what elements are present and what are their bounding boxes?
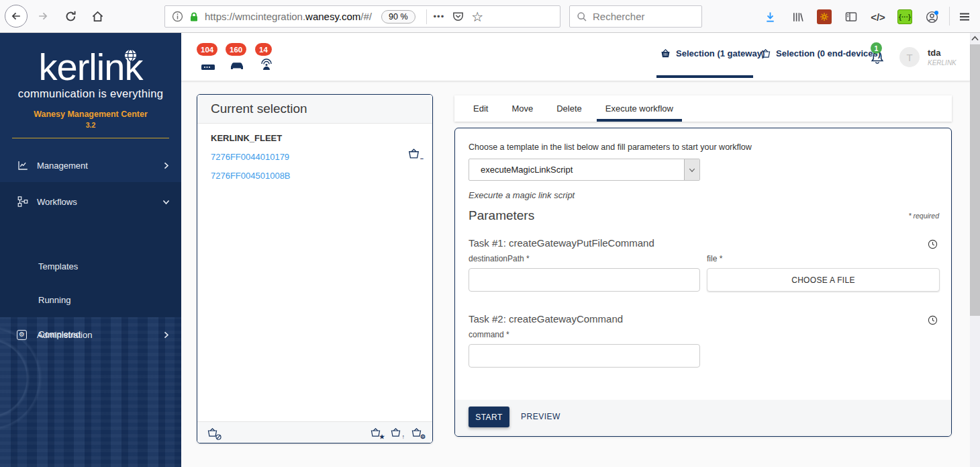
gateway-count-badge[interactable]: 104 — [197, 43, 222, 71]
gateway-icon — [200, 58, 216, 71]
downloads-icon[interactable] — [761, 7, 779, 26]
page-info-icon[interactable] — [172, 11, 183, 22]
admin-gear-icon: ⚙ — [17, 330, 29, 340]
user-meta[interactable]: tda KERLINK — [928, 48, 957, 67]
start-button[interactable]: START — [469, 407, 509, 427]
device-selection-label: Selection (0 end-devices) — [776, 48, 881, 58]
selection-panel-footer: ★ ↑ ⚙ — [197, 421, 432, 443]
chevron-right-icon — [162, 161, 170, 170]
app-header: 104 160 14 Selection (1 gateway) Selecti… — [181, 33, 970, 81]
url-text: https://wmcintegration.wanesy.com/#/ — [205, 11, 372, 22]
sidebar-item-label: Workflows — [37, 197, 77, 207]
divider — [12, 138, 169, 138]
command-input[interactable] — [469, 344, 700, 368]
logo-tagline: communication is everything — [0, 87, 181, 100]
antenna-icon — [258, 56, 275, 71]
tab-delete[interactable]: Delete — [548, 95, 591, 122]
required-note: * required — [908, 212, 939, 220]
execute-workflow-form: Choose a template in the list below and … — [454, 128, 952, 437]
basket-filled-icon — [660, 48, 671, 59]
zoom-level-badge[interactable]: 90 % — [381, 10, 415, 24]
reload-button[interactable] — [59, 5, 82, 28]
code-tools-icon[interactable]: </> — [869, 7, 887, 26]
sidebar: kerlink communication is everything Wane… — [0, 33, 181, 467]
sidebar-toggle-icon[interactable] — [842, 7, 861, 26]
template-selected-value: executeMagicLinkScript — [481, 165, 573, 175]
user-name: tda — [928, 48, 957, 58]
file-label: file * — [707, 254, 722, 263]
avatar[interactable]: T — [899, 47, 920, 67]
task2-schedule-clock-icon[interactable] — [927, 314, 938, 326]
scroll-up-icon[interactable] — [970, 33, 980, 44]
notification-count-badge: 1 — [871, 42, 882, 54]
tab-edit[interactable]: Edit — [464, 95, 497, 122]
search-placeholder: Rechercher — [593, 11, 645, 22]
gateway-link[interactable]: 7276FF004501008B — [211, 171, 291, 181]
browser-toolbar: https://wmcintegration.wanesy.com/#/ 90 … — [0, 0, 980, 33]
sidebar-item-management[interactable]: Management — [0, 153, 181, 177]
sidebar-item-workflows[interactable]: Workflows — [0, 189, 181, 214]
chevron-right-icon — [162, 331, 170, 339]
load-selection-icon[interactable]: ↑ — [390, 427, 401, 438]
action-tabbar: Edit Move Delete Execute workflow — [454, 95, 952, 122]
chart-icon — [17, 159, 29, 171]
badge-count: 104 — [197, 43, 217, 56]
destination-path-input[interactable] — [469, 268, 700, 292]
url-bar[interactable]: https://wmcintegration.wanesy.com/#/ 90 … — [164, 5, 560, 28]
antenna-count-badge[interactable]: 14 — [255, 43, 281, 71]
sidebar-item-templates[interactable]: Templates — [38, 261, 78, 271]
task1-title: Task #1: createGatewayPutFileCommand — [469, 237, 654, 249]
home-button[interactable] — [86, 5, 109, 28]
page-scrollbar[interactable] — [970, 33, 980, 467]
back-button[interactable] — [5, 5, 28, 28]
sidebar-item-label: Administration — [37, 330, 92, 340]
template-description: Execurte a magic link script — [469, 190, 575, 200]
notifications-button[interactable]: 1 — [869, 42, 886, 67]
panel-title: Current selection — [197, 95, 432, 124]
workflows-section: Workflows Templates Running Completed — [0, 182, 181, 317]
library-icon[interactable] — [788, 7, 807, 26]
kerlink-logo: kerlink communication is everything Wane… — [0, 48, 181, 129]
bookmark-star-icon[interactable]: ☆ — [471, 10, 483, 24]
badge-count: 14 — [255, 43, 272, 56]
sidebar-item-running[interactable]: Running — [38, 295, 70, 305]
badge-count: 160 — [226, 43, 246, 56]
remove-from-selection-icon[interactable]: − — [407, 147, 420, 160]
extension-gear-icon[interactable] — [815, 7, 834, 26]
task2-title: Task #2: createGatewayCommand — [469, 313, 623, 325]
preview-button[interactable]: PREVIEW — [521, 412, 560, 421]
page-actions-icon[interactable]: ••• — [434, 11, 445, 22]
forward-button[interactable] — [32, 5, 54, 28]
save-selection-icon[interactable]: ★ — [370, 427, 381, 438]
current-selection-panel: Current selection KERLINK_FLEET 7276FF00… — [197, 94, 433, 443]
device-selection-tab[interactable]: Selection (0 end-devices) — [760, 48, 881, 59]
app-version: 3.2 — [0, 121, 181, 129]
task1-schedule-clock-icon[interactable] — [927, 239, 938, 250]
extension-braces-icon[interactable]: {···} — [895, 7, 914, 26]
vehicle-count-badge[interactable]: 160 — [226, 43, 251, 71]
gateway-link[interactable]: 7276FF0044010179 — [211, 152, 289, 162]
clear-selection-icon[interactable] — [207, 427, 218, 438]
form-footer: START PREVIEW — [455, 400, 951, 436]
account-icon[interactable] — [922, 7, 941, 26]
destination-path-label: destinationPath * — [469, 254, 530, 263]
sidebar-item-administration[interactable]: ⚙ Administration — [0, 323, 181, 347]
gateway-selection-tab[interactable]: Selection (1 gateway) — [660, 48, 765, 59]
workflow-icon — [17, 196, 29, 208]
tab-execute-workflow[interactable]: Execute workflow — [597, 95, 682, 122]
select-chevron-down-icon — [684, 159, 699, 180]
search-bar[interactable]: Rechercher — [569, 5, 702, 28]
selection-settings-icon[interactable]: ⚙ — [411, 427, 422, 438]
choose-file-button[interactable]: CHOOSE A FILE — [707, 268, 940, 292]
menu-hamburger-icon[interactable] — [955, 7, 974, 26]
globe-icon — [124, 49, 137, 62]
fleet-name: KERLINK_FLEET — [211, 133, 282, 143]
pocket-icon[interactable] — [452, 10, 464, 23]
logo-text: kerlink — [39, 48, 143, 86]
app-name: Wanesy Management Center — [0, 110, 181, 119]
template-select[interactable]: executeMagicLinkScript — [469, 159, 700, 181]
command-label: command * — [469, 330, 509, 339]
tab-move[interactable]: Move — [503, 95, 542, 122]
scrollbar-thumb[interactable] — [970, 44, 980, 316]
ssl-lock-icon[interactable] — [189, 11, 199, 22]
